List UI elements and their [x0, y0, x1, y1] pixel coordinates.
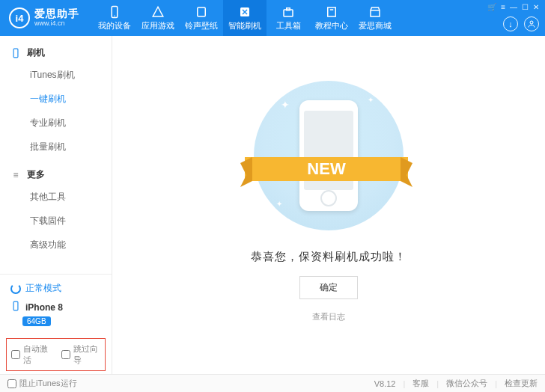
- sparkle-icon: ✦: [281, 99, 290, 111]
- sparkle-icon: ✦: [276, 200, 282, 208]
- sidebar-group-label: 刷机: [27, 46, 45, 59]
- flash-icon: [238, 5, 252, 19]
- top-nav: 我的设备 应用游戏 铃声壁纸 智能刷机 工具箱 教程中心: [93, 0, 397, 36]
- ok-button[interactable]: 确定: [299, 276, 358, 299]
- nav-apps[interactable]: 应用游戏: [136, 0, 180, 36]
- sidebar-item-pro-flash[interactable]: 专业刷机: [0, 111, 112, 134]
- nav-flash[interactable]: 智能刷机: [223, 0, 267, 36]
- svg-point-8: [530, 21, 533, 24]
- sidebar-bottom: 正常模式 iPhone 8 64GB: [0, 274, 112, 332]
- store-icon: [368, 5, 382, 19]
- svg-point-1: [114, 15, 115, 16]
- skip-guide-checkbox[interactable]: 跳过向导: [61, 343, 101, 366]
- svg-rect-10: [13, 301, 18, 310]
- auto-activate-input[interactable]: [11, 350, 20, 359]
- header-extra: ↓: [503, 16, 539, 31]
- nav-ringtones[interactable]: 铃声壁纸: [180, 0, 223, 36]
- download-button[interactable]: ↓: [503, 16, 518, 31]
- nav-label: 工具箱: [276, 20, 301, 31]
- more-icon: ≡: [10, 170, 21, 180]
- phone-icon: [10, 48, 21, 58]
- nav-label: 铃声壁纸: [185, 20, 218, 31]
- sparkle-icon: ✦: [368, 96, 374, 104]
- brand-url: www.i4.cn: [34, 20, 79, 28]
- skip-guide-input[interactable]: [61, 350, 70, 359]
- success-text: 恭喜您，保资料刷机成功啦！: [251, 250, 407, 264]
- brand-text: 爱思助手 www.i4.cn: [34, 8, 79, 27]
- sidebar-item-advanced[interactable]: 高级功能: [0, 233, 112, 256]
- block-itunes-label: 阻止iTunes运行: [19, 378, 77, 389]
- footer-right: V8.12 | 客服 | 微信公众号 | 检查更新: [374, 378, 538, 389]
- sidebar-item-batch-flash[interactable]: 批量刷机: [0, 135, 112, 158]
- cart-icon[interactable]: 🛒: [487, 3, 496, 11]
- nav-tutorials[interactable]: 教程中心: [310, 0, 353, 36]
- toolbox-icon: [281, 5, 295, 19]
- phone-icon: [108, 5, 121, 19]
- svg-marker-13: [401, 157, 412, 187]
- block-itunes-input[interactable]: [7, 379, 16, 388]
- nav-label: 智能刷机: [228, 20, 261, 31]
- logo-icon: i4: [9, 7, 30, 28]
- window-controls: 🛒 ≡ — ☐ ✕: [487, 3, 539, 11]
- svg-rect-2: [198, 7, 206, 16]
- sidebar-item-itunes-flash[interactable]: iTunes刷机: [0, 64, 112, 86]
- header: i4 爱思助手 www.i4.cn 我的设备 应用游戏 铃声壁纸 智能刷机: [0, 0, 545, 36]
- mode-switch[interactable]: 正常模式: [7, 279, 104, 299]
- version-label: V8.12: [374, 379, 396, 388]
- support-link[interactable]: 客服: [412, 378, 429, 389]
- separator: |: [403, 379, 405, 388]
- nav-toolbox[interactable]: 工具箱: [267, 0, 310, 36]
- svg-text:NEW: NEW: [307, 159, 346, 178]
- auto-activate-checkbox[interactable]: 自动激活: [11, 343, 51, 366]
- brand: i4 爱思助手 www.i4.cn: [6, 7, 79, 28]
- skip-guide-label: 跳过向导: [73, 343, 101, 366]
- sidebar: 刷机 iTunes刷机 一键刷机 专业刷机 批量刷机 ≡ 更多 其他工具 下载固…: [0, 36, 112, 374]
- nav-label: 我的设备: [98, 20, 131, 31]
- footer-left: 阻止iTunes运行: [7, 378, 77, 389]
- app-window: i4 爱思助手 www.i4.cn 我的设备 应用游戏 铃声壁纸 智能刷机: [0, 0, 545, 392]
- sidebar-item-oneclick-flash[interactable]: 一键刷机: [0, 88, 112, 110]
- sidebar-scroll: 刷机 iTunes刷机 一键刷机 专业刷机 批量刷机 ≡ 更多 其他工具 下载固…: [0, 36, 112, 274]
- new-banner: NEW: [240, 150, 412, 189]
- storage-badge: 64GB: [22, 316, 51, 326]
- svg-rect-9: [13, 49, 18, 58]
- sidebar-checks-highlight: 自动激活 跳过向导: [6, 338, 106, 371]
- menu-icon[interactable]: ≡: [501, 3, 505, 11]
- sidebar-item-download-fw[interactable]: 下载固件: [0, 209, 112, 232]
- phone-icon: [10, 301, 21, 313]
- svg-rect-6: [328, 7, 336, 16]
- check-update-link[interactable]: 检查更新: [505, 378, 538, 389]
- wechat-link[interactable]: 微信公众号: [446, 378, 487, 389]
- close-icon[interactable]: ✕: [533, 3, 539, 11]
- refresh-icon: [10, 284, 21, 294]
- nav-store[interactable]: 爱思商城: [353, 0, 397, 36]
- footer: 阻止iTunes运行 V8.12 | 客服 | 微信公众号 | 检查更新: [0, 374, 545, 392]
- nav-my-device[interactable]: 我的设备: [93, 0, 136, 36]
- sidebar-item-other-tools[interactable]: 其他工具: [0, 186, 112, 208]
- block-itunes-checkbox[interactable]: 阻止iTunes运行: [7, 378, 77, 389]
- device-row[interactable]: iPhone 8: [7, 299, 104, 315]
- maximize-icon[interactable]: ☐: [522, 3, 529, 11]
- nav-label: 爱思商城: [359, 20, 392, 31]
- nav-label: 应用游戏: [141, 20, 174, 31]
- minimize-icon[interactable]: —: [510, 3, 517, 11]
- sidebar-group-more[interactable]: ≡ 更多: [0, 165, 112, 184]
- view-log-link[interactable]: 查看日志: [312, 311, 345, 322]
- music-icon: [195, 5, 208, 19]
- main-content: ✦ ✦ ✦ NEW 恭喜您，保资料刷机成功啦！ 确: [112, 36, 545, 374]
- brand-name: 爱思助手: [34, 8, 79, 19]
- user-icon: [527, 19, 536, 28]
- ribbon-icon: NEW: [240, 150, 412, 189]
- auto-activate-label: 自动激活: [23, 343, 51, 366]
- success-graphic: ✦ ✦ ✦ NEW: [239, 81, 418, 230]
- user-button[interactable]: [524, 16, 539, 31]
- svg-marker-12: [240, 157, 252, 187]
- body: 刷机 iTunes刷机 一键刷机 专业刷机 批量刷机 ≡ 更多 其他工具 下载固…: [0, 36, 545, 374]
- sidebar-group-flash[interactable]: 刷机: [0, 43, 112, 62]
- device-name: iPhone 8: [25, 302, 63, 313]
- separator: |: [436, 379, 439, 388]
- mode-label: 正常模式: [25, 282, 61, 295]
- separator: |: [495, 379, 497, 388]
- nav-label: 教程中心: [315, 20, 348, 31]
- book-icon: [325, 5, 338, 19]
